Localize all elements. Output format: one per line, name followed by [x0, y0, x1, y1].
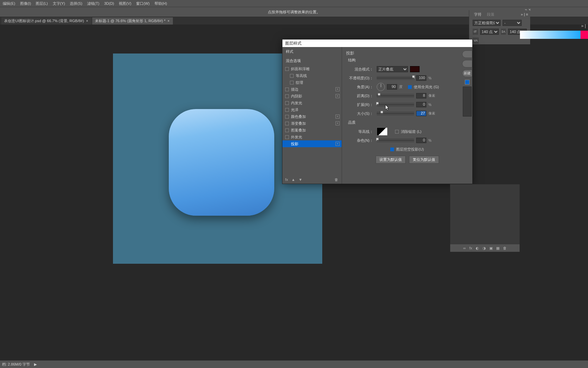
font-style-select[interactable]: -	[503, 20, 522, 26]
add-icon[interactable]: +	[336, 87, 340, 91]
dialog-title-bar[interactable]: 图层样式	[282, 40, 472, 47]
blend-options-header[interactable]: 混合选项	[282, 56, 342, 65]
expand-panels-icon[interactable]: » |	[581, 23, 588, 28]
menu-view[interactable]: 视图(V)	[119, 1, 131, 6]
adjustment-icon[interactable]: ◑	[483, 246, 486, 250]
layers-list[interactable]	[450, 184, 520, 244]
noise-slider[interactable]	[377, 138, 414, 142]
ok-button[interactable]	[462, 50, 472, 58]
menu-select[interactable]: 选择(S)	[70, 1, 82, 6]
close-icon[interactable]: ×	[167, 19, 170, 23]
link-icon[interactable]: ∞	[463, 246, 466, 250]
noise-label: 杂色(N)：	[346, 138, 373, 143]
down-icon[interactable]: ▼	[298, 178, 302, 182]
color-strip[interactable]	[520, 31, 588, 39]
preview-checkbox[interactable]	[465, 80, 470, 85]
effect-inner-shadow[interactable]: 内阴影+	[282, 93, 342, 99]
trash-icon[interactable]: 🗑	[334, 178, 338, 182]
opacity-input[interactable]: 100	[416, 75, 426, 81]
effect-color-overlay[interactable]: 颜色叠加+	[282, 113, 342, 120]
menu-image[interactable]: 图像(I)	[20, 1, 31, 6]
font-size-select[interactable]: 140 点	[480, 29, 499, 35]
document-tab-2[interactable]: 未标题-1 @ 76.6% (圆角矩形 1, RGB/8#) * ×	[92, 17, 173, 25]
menu-edit[interactable]: 编辑(E)	[3, 1, 15, 6]
opacity-label: 不透明度(O)：	[346, 76, 373, 81]
effect-satin[interactable]: 光泽	[282, 106, 342, 113]
noise-input[interactable]: 0	[416, 138, 426, 143]
styles-header[interactable]: 样式	[282, 47, 342, 56]
effect-inner-glow[interactable]: 内发光	[282, 99, 342, 106]
add-icon[interactable]: +	[336, 94, 340, 98]
unit: 像素	[428, 93, 435, 98]
blend-mode-label: 混合模式：	[346, 67, 373, 72]
make-default-button[interactable]: 设置为默认值	[376, 156, 406, 164]
size-label: 大小(S)：	[346, 111, 373, 116]
preview-swatch	[463, 87, 472, 117]
angle-dial[interactable]	[377, 83, 385, 91]
panel-menu-icon[interactable]: » | ≡	[521, 12, 528, 16]
menu-3d[interactable]: 3D(D)	[104, 1, 114, 5]
close-icon[interactable]: ×	[86, 19, 89, 23]
trash-icon[interactable]: 🗑	[503, 246, 507, 250]
effect-drop-shadow[interactable]: 投影+	[282, 140, 342, 147]
effect-bevel[interactable]: 斜面和浮雕	[282, 65, 342, 72]
reset-default-button[interactable]: 复位为默认值	[409, 156, 439, 164]
kerning-icon: VA	[473, 37, 479, 44]
new-style-button[interactable]: 新建	[462, 70, 472, 77]
tab-character[interactable]: 字符	[474, 12, 481, 17]
spread-slider[interactable]	[377, 103, 414, 107]
effect-texture[interactable]: 纹理	[282, 79, 342, 86]
unit: 像素	[428, 111, 435, 116]
menu-window[interactable]: 窗口(W)	[136, 1, 150, 6]
unit: %	[428, 76, 435, 80]
angle-label: 角度(A)：	[346, 85, 373, 90]
angle-input[interactable]: 90	[387, 84, 397, 90]
rounded-rectangle-shape[interactable]	[169, 109, 274, 216]
menu-bar[interactable]: 编辑(E) 图像(I) 图层(L) 文字(Y) 选择(S) 滤镜(T) 3D(D…	[0, 0, 588, 7]
distance-label: 距离(D)：	[346, 93, 373, 98]
unit: 度	[399, 85, 406, 89]
effect-gradient-overlay[interactable]: 渐变叠加+	[282, 120, 342, 127]
dialog-title: 图层样式	[285, 41, 301, 46]
effect-pattern-overlay[interactable]: 图案叠加	[282, 127, 342, 134]
tab-paragraph[interactable]: 段落	[487, 12, 494, 17]
group-icon[interactable]: ▣	[489, 246, 493, 250]
new-layer-icon[interactable]: ▦	[496, 246, 500, 250]
add-icon[interactable]: +	[336, 142, 340, 146]
size-input[interactable]: 27	[416, 111, 426, 116]
contour-picker[interactable]	[377, 127, 388, 136]
menu-layer[interactable]: 图层(L)	[36, 1, 48, 6]
effect-outer-glow[interactable]: 外发光	[282, 134, 342, 140]
menu-filter[interactable]: 滤镜(T)	[87, 1, 99, 6]
mask-icon[interactable]: ◐	[476, 246, 479, 250]
spread-label: 扩展(R)：	[346, 102, 373, 107]
distance-input[interactable]: 8	[416, 93, 426, 98]
font-family-select[interactable]: 方正粗倩简体	[473, 20, 501, 26]
fx-icon[interactable]: fx	[469, 246, 472, 250]
antialias-checkbox[interactable]	[395, 130, 399, 134]
opacity-slider[interactable]	[377, 76, 414, 80]
status-doc-size: 档: 2.86M/0 字节	[2, 362, 30, 367]
spread-input[interactable]: 0	[416, 102, 426, 107]
distance-slider[interactable]	[377, 94, 414, 98]
effect-contour[interactable]: 等高线	[282, 72, 342, 79]
global-light-checkbox[interactable]	[408, 85, 412, 89]
unit: %	[428, 139, 435, 142]
chevron-right-icon[interactable]: ▶	[34, 362, 37, 367]
layers-toolbar: ∞ fx ◐ ◑ ▣ ▦ 🗑	[450, 244, 520, 252]
document-tab-1[interactable]: 表创意UI图标设计.psd @ 66.7% (背景, RGB/8#) ×	[1, 17, 92, 25]
size-slider[interactable]	[377, 111, 414, 116]
fx-icon[interactable]: fx	[285, 178, 288, 182]
cancel-button[interactable]	[462, 60, 472, 67]
contour-label: 等高线：	[346, 129, 373, 134]
shadow-color-swatch[interactable]	[410, 66, 420, 72]
layer-style-dialog: 图层样式 样式 混合选项 斜面和浮雕 等高线 纹理 描边+ 内阴影+ 内发光 光…	[282, 39, 473, 184]
blend-mode-select[interactable]: 正片叠底	[377, 66, 408, 72]
up-icon[interactable]: ▲	[292, 178, 295, 182]
effect-stroke[interactable]: 描边+	[282, 86, 342, 93]
menu-type[interactable]: 文字(Y)	[53, 1, 65, 6]
knockout-checkbox[interactable]	[390, 148, 394, 151]
add-icon[interactable]: +	[336, 114, 340, 119]
menu-help[interactable]: 帮助(H)	[154, 1, 167, 6]
add-icon[interactable]: +	[336, 121, 340, 125]
